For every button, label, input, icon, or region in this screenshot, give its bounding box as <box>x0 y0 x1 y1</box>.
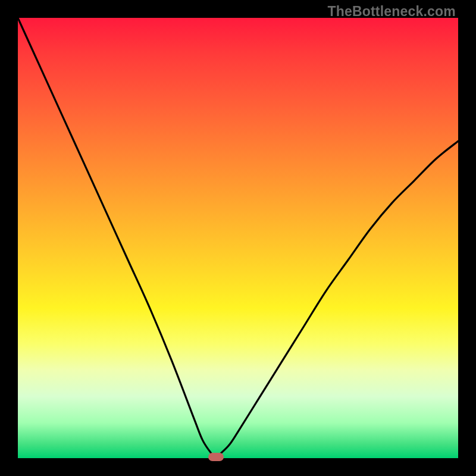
chart-frame: TheBottleneck.com <box>0 0 476 476</box>
watermark-text: TheBottleneck.com <box>327 4 456 20</box>
plot-area <box>18 18 458 458</box>
optimum-marker <box>208 453 224 461</box>
bottleneck-curve <box>18 18 458 458</box>
